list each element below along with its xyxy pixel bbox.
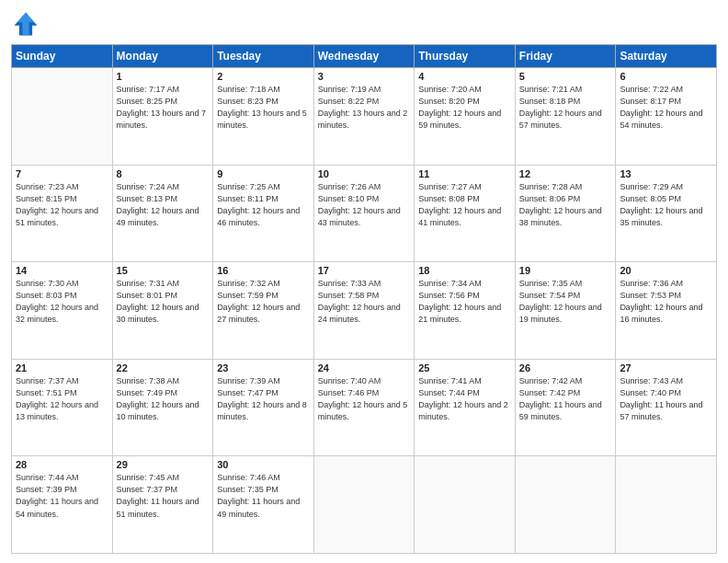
calendar-cell: 28Sunrise: 7:44 AMSunset: 7:39 PMDayligh… — [12, 456, 113, 554]
day-number: 19 — [519, 265, 612, 276]
day-info: Sunrise: 7:26 AMSunset: 8:10 PMDaylight:… — [318, 181, 411, 229]
day-info: Sunrise: 7:39 AMSunset: 7:47 PMDaylight:… — [217, 375, 310, 423]
day-number: 23 — [217, 362, 310, 373]
day-number: 29 — [117, 459, 210, 470]
day-number: 1 — [117, 71, 210, 82]
day-number: 6 — [620, 71, 712, 82]
day-info: Sunrise: 7:18 AMSunset: 8:23 PMDaylight:… — [217, 84, 310, 132]
calendar-cell: 25Sunrise: 7:41 AMSunset: 7:44 PMDayligh… — [415, 359, 516, 456]
day-number: 5 — [519, 71, 612, 82]
day-number: 14 — [16, 265, 108, 276]
calendar-cell: 11Sunrise: 7:27 AMSunset: 8:08 PMDayligh… — [415, 165, 516, 262]
calendar-cell — [616, 456, 717, 554]
calendar-cell — [313, 456, 415, 554]
day-info: Sunrise: 7:32 AMSunset: 7:59 PMDaylight:… — [217, 278, 310, 326]
day-info: Sunrise: 7:27 AMSunset: 8:08 PMDaylight:… — [418, 181, 511, 229]
calendar-cell: 4Sunrise: 7:20 AMSunset: 8:20 PMDaylight… — [415, 68, 516, 166]
calendar-cell: 18Sunrise: 7:34 AMSunset: 7:56 PMDayligh… — [415, 262, 516, 360]
column-header-wednesday: Wednesday — [313, 45, 415, 68]
column-header-sunday: Sunday — [12, 45, 113, 68]
day-info: Sunrise: 7:24 AMSunset: 8:13 PMDaylight:… — [117, 181, 210, 229]
day-info: Sunrise: 7:28 AMSunset: 8:06 PMDaylight:… — [519, 181, 612, 229]
column-header-friday: Friday — [515, 45, 616, 68]
calendar-cell — [515, 456, 616, 554]
day-number: 22 — [117, 362, 210, 373]
calendar-cell: 2Sunrise: 7:18 AMSunset: 8:23 PMDaylight… — [213, 68, 314, 166]
page-header — [11, 9, 717, 39]
calendar-cell: 23Sunrise: 7:39 AMSunset: 7:47 PMDayligh… — [213, 359, 314, 456]
day-number: 16 — [217, 265, 310, 276]
day-info: Sunrise: 7:45 AMSunset: 7:37 PMDaylight:… — [117, 472, 210, 520]
calendar-cell: 19Sunrise: 7:35 AMSunset: 7:54 PMDayligh… — [515, 262, 616, 360]
calendar-week-row: 14Sunrise: 7:30 AMSunset: 8:03 PMDayligh… — [12, 262, 717, 360]
calendar-cell — [415, 456, 516, 554]
day-number: 24 — [318, 362, 411, 373]
day-number: 17 — [318, 265, 411, 276]
calendar-cell: 9Sunrise: 7:25 AMSunset: 8:11 PMDaylight… — [213, 165, 314, 262]
calendar-cell: 13Sunrise: 7:29 AMSunset: 8:05 PMDayligh… — [616, 165, 717, 262]
calendar-cell: 29Sunrise: 7:45 AMSunset: 7:37 PMDayligh… — [112, 456, 213, 554]
calendar-table: SundayMondayTuesdayWednesdayThursdayFrid… — [11, 44, 717, 554]
calendar-cell: 6Sunrise: 7:22 AMSunset: 8:17 PMDaylight… — [616, 68, 717, 166]
day-number: 28 — [16, 459, 108, 470]
calendar-cell: 15Sunrise: 7:31 AMSunset: 8:01 PMDayligh… — [112, 262, 213, 360]
day-number: 8 — [117, 168, 210, 179]
day-number: 26 — [519, 362, 612, 373]
day-number: 18 — [418, 265, 511, 276]
day-number: 10 — [318, 168, 411, 179]
calendar-cell: 24Sunrise: 7:40 AMSunset: 7:46 PMDayligh… — [313, 359, 415, 456]
calendar-cell: 14Sunrise: 7:30 AMSunset: 8:03 PMDayligh… — [12, 262, 113, 360]
day-info: Sunrise: 7:21 AMSunset: 8:18 PMDaylight:… — [519, 84, 612, 132]
calendar-cell — [12, 68, 113, 166]
day-number: 20 — [620, 265, 712, 276]
day-info: Sunrise: 7:46 AMSunset: 7:35 PMDaylight:… — [217, 472, 310, 520]
calendar-week-row: 7Sunrise: 7:23 AMSunset: 8:15 PMDaylight… — [12, 165, 717, 262]
day-number: 25 — [418, 362, 511, 373]
calendar-cell: 21Sunrise: 7:37 AMSunset: 7:51 PMDayligh… — [12, 359, 113, 456]
day-info: Sunrise: 7:42 AMSunset: 7:42 PMDaylight:… — [519, 375, 612, 423]
day-info: Sunrise: 7:34 AMSunset: 7:56 PMDaylight:… — [418, 278, 511, 326]
day-info: Sunrise: 7:44 AMSunset: 7:39 PMDaylight:… — [16, 472, 108, 520]
day-info: Sunrise: 7:17 AMSunset: 8:25 PMDaylight:… — [117, 84, 210, 132]
calendar-cell: 12Sunrise: 7:28 AMSunset: 8:06 PMDayligh… — [515, 165, 616, 262]
calendar-week-row: 21Sunrise: 7:37 AMSunset: 7:51 PMDayligh… — [12, 359, 717, 456]
day-number: 12 — [519, 168, 612, 179]
day-info: Sunrise: 7:25 AMSunset: 8:11 PMDaylight:… — [217, 181, 310, 229]
day-info: Sunrise: 7:41 AMSunset: 7:44 PMDaylight:… — [418, 375, 511, 423]
day-info: Sunrise: 7:38 AMSunset: 7:49 PMDaylight:… — [117, 375, 210, 423]
day-info: Sunrise: 7:40 AMSunset: 7:46 PMDaylight:… — [318, 375, 411, 423]
day-number: 9 — [217, 168, 310, 179]
calendar-week-row: 28Sunrise: 7:44 AMSunset: 7:39 PMDayligh… — [12, 456, 717, 554]
calendar-cell: 7Sunrise: 7:23 AMSunset: 8:15 PMDaylight… — [12, 165, 113, 262]
calendar-cell: 30Sunrise: 7:46 AMSunset: 7:35 PMDayligh… — [213, 456, 314, 554]
calendar-cell: 8Sunrise: 7:24 AMSunset: 8:13 PMDaylight… — [112, 165, 213, 262]
column-header-thursday: Thursday — [415, 45, 516, 68]
day-number: 3 — [318, 71, 411, 82]
day-info: Sunrise: 7:33 AMSunset: 7:58 PMDaylight:… — [318, 278, 411, 326]
logo — [11, 9, 44, 39]
logo-icon — [11, 9, 40, 39]
day-number: 4 — [418, 71, 511, 82]
column-header-monday: Monday — [112, 45, 213, 68]
day-info: Sunrise: 7:36 AMSunset: 7:53 PMDaylight:… — [620, 278, 712, 326]
day-info: Sunrise: 7:30 AMSunset: 8:03 PMDaylight:… — [16, 278, 108, 326]
day-info: Sunrise: 7:43 AMSunset: 7:40 PMDaylight:… — [620, 375, 712, 423]
calendar-cell: 10Sunrise: 7:26 AMSunset: 8:10 PMDayligh… — [313, 165, 415, 262]
calendar-week-row: 1Sunrise: 7:17 AMSunset: 8:25 PMDaylight… — [12, 68, 717, 166]
day-info: Sunrise: 7:31 AMSunset: 8:01 PMDaylight:… — [117, 278, 210, 326]
calendar-header-row: SundayMondayTuesdayWednesdayThursdayFrid… — [12, 45, 717, 68]
day-number: 21 — [16, 362, 108, 373]
day-number: 30 — [217, 459, 310, 470]
day-info: Sunrise: 7:37 AMSunset: 7:51 PMDaylight:… — [16, 375, 108, 423]
calendar-cell: 3Sunrise: 7:19 AMSunset: 8:22 PMDaylight… — [313, 68, 415, 166]
day-info: Sunrise: 7:19 AMSunset: 8:22 PMDaylight:… — [318, 84, 411, 132]
day-number: 27 — [620, 362, 712, 373]
calendar-cell: 22Sunrise: 7:38 AMSunset: 7:49 PMDayligh… — [112, 359, 213, 456]
calendar-cell: 1Sunrise: 7:17 AMSunset: 8:25 PMDaylight… — [112, 68, 213, 166]
column-header-tuesday: Tuesday — [213, 45, 314, 68]
day-info: Sunrise: 7:20 AMSunset: 8:20 PMDaylight:… — [418, 84, 511, 132]
day-info: Sunrise: 7:23 AMSunset: 8:15 PMDaylight:… — [16, 181, 108, 229]
day-info: Sunrise: 7:29 AMSunset: 8:05 PMDaylight:… — [620, 181, 712, 229]
calendar-cell: 27Sunrise: 7:43 AMSunset: 7:40 PMDayligh… — [616, 359, 717, 456]
day-info: Sunrise: 7:35 AMSunset: 7:54 PMDaylight:… — [519, 278, 612, 326]
